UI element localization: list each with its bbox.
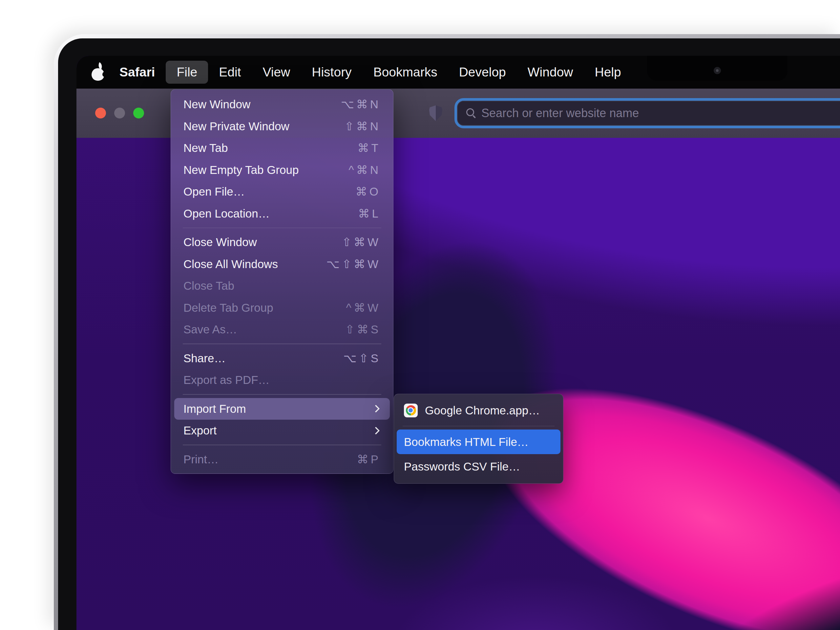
menubar-item-window[interactable]: Window	[517, 61, 584, 84]
submenu-item-google-chrome[interactable]: Google Chrome.app…	[394, 398, 563, 423]
menu-item-label: Save As…	[183, 323, 237, 336]
menu-item-shortcut: ⌥⇧⌘W	[326, 257, 381, 271]
submenu-item-bookmarks-html-file[interactable]: Bookmarks HTML File…	[397, 429, 561, 454]
zoom-window-button[interactable]	[133, 107, 144, 118]
menu-item-label: Open Location…	[183, 207, 270, 220]
submenu-item-passwords-csv-file[interactable]: Passwords CSV File…	[394, 454, 563, 479]
menu-item-label: New Window	[183, 98, 250, 111]
menubar-item-view[interactable]: View	[252, 61, 301, 84]
minimize-window-button[interactable]	[114, 107, 125, 118]
menu-item-label: New Tab	[183, 141, 228, 155]
menu-item-label: Delete Tab Group	[183, 301, 273, 314]
menu-item-new-tab[interactable]: New Tab ⌘T	[171, 137, 393, 159]
menu-item-new-private-window[interactable]: New Private Window ⇧⌘N	[171, 115, 393, 137]
menu-item-label: Print…	[183, 453, 218, 466]
menu-item-print: Print… ⌘P	[171, 448, 393, 471]
camera-icon	[714, 67, 721, 74]
address-bar[interactable]	[455, 98, 840, 128]
menu-item-share[interactable]: Share… ⌥⇧S	[171, 347, 393, 369]
menu-item-label: New Private Window	[183, 120, 289, 133]
menubar-item-file[interactable]: File	[166, 61, 208, 84]
menu-separator	[183, 228, 381, 228]
menu-item-shortcut: ⌘L	[358, 207, 381, 220]
menu-item-import-from[interactable]: Import From	[174, 398, 390, 420]
menu-item-delete-tab-group: Delete Tab Group ^⌘W	[171, 297, 393, 319]
submenu-item-label: Passwords CSV File…	[404, 460, 520, 473]
menu-item-label: Open File…	[183, 185, 245, 198]
menubar-item-history[interactable]: History	[301, 61, 362, 84]
submenu-item-label: Google Chrome.app…	[425, 404, 540, 417]
menu-item-save-as: Save As… ⇧⌘S	[171, 319, 393, 341]
menu-separator	[403, 426, 554, 426]
privacy-shield-icon[interactable]	[429, 105, 442, 121]
menu-item-shortcut: ⇧⌘W	[342, 235, 381, 249]
menu-item-shortcut: ⌥⇧S	[343, 352, 381, 365]
file-menu: New Window ⌥⌘N New Private Window ⇧⌘N Ne…	[171, 89, 393, 474]
menu-item-shortcut: ^⌘N	[349, 163, 381, 177]
menu-separator	[183, 445, 381, 445]
menu-item-shortcut: ⇧⌘N	[344, 120, 381, 133]
menu-item-label: Share…	[183, 352, 226, 365]
menu-item-close-window[interactable]: Close Window ⇧⌘W	[171, 231, 393, 253]
menu-item-export-as-pdf: Export as PDF…	[171, 369, 393, 391]
display-notch	[647, 56, 788, 81]
apple-menu-icon[interactable]	[91, 63, 105, 81]
menu-item-shortcut: ⌘O	[356, 185, 381, 198]
menu-item-open-file[interactable]: Open File… ⌘O	[171, 181, 393, 203]
import-from-submenu: Google Chrome.app… Bookmarks HTML File… …	[394, 394, 564, 484]
chrome-app-icon	[404, 404, 418, 417]
menu-item-label: Close Window	[183, 235, 257, 249]
menu-item-label: Export as PDF…	[183, 373, 270, 387]
menu-item-new-empty-tab-group[interactable]: New Empty Tab Group ^⌘N	[171, 159, 393, 181]
menu-item-shortcut: ⌘T	[358, 141, 381, 155]
menubar-item-help[interactable]: Help	[584, 61, 632, 84]
menubar-item-safari[interactable]: Safari	[109, 61, 166, 84]
menu-item-label: Export	[183, 424, 216, 437]
menubar-item-edit[interactable]: Edit	[208, 61, 252, 84]
menu-item-label: New Empty Tab Group	[183, 163, 298, 177]
menu-item-label: Close All Windows	[183, 257, 278, 271]
menu-item-shortcut: ^⌘W	[346, 301, 381, 314]
search-icon	[466, 107, 477, 119]
menu-item-close-all-windows[interactable]: Close All Windows ⌥⇧⌘W	[171, 253, 393, 275]
menu-item-new-window[interactable]: New Window ⌥⌘N	[171, 93, 393, 115]
menu-separator	[183, 344, 381, 344]
chevron-right-icon	[372, 426, 380, 434]
menu-separator	[183, 394, 381, 395]
menu-item-label: Close Tab	[183, 279, 234, 292]
menu-item-open-location[interactable]: Open Location… ⌘L	[171, 203, 393, 225]
menubar-item-bookmarks[interactable]: Bookmarks	[363, 61, 448, 84]
search-input[interactable]	[482, 106, 810, 120]
menu-item-shortcut: ⌥⌘N	[341, 98, 381, 111]
menubar-item-develop[interactable]: Develop	[448, 61, 517, 84]
menu-item-close-tab: Close Tab	[171, 275, 393, 297]
menu-item-shortcut: ⌘P	[357, 453, 381, 466]
menu-item-export[interactable]: Export	[171, 420, 393, 442]
chevron-right-icon	[372, 405, 380, 413]
close-window-button[interactable]	[95, 107, 106, 118]
menu-item-shortcut: ⇧⌘S	[345, 323, 381, 336]
submenu-item-label: Bookmarks HTML File…	[404, 436, 529, 448]
menu-item-label: Import From	[183, 402, 246, 415]
